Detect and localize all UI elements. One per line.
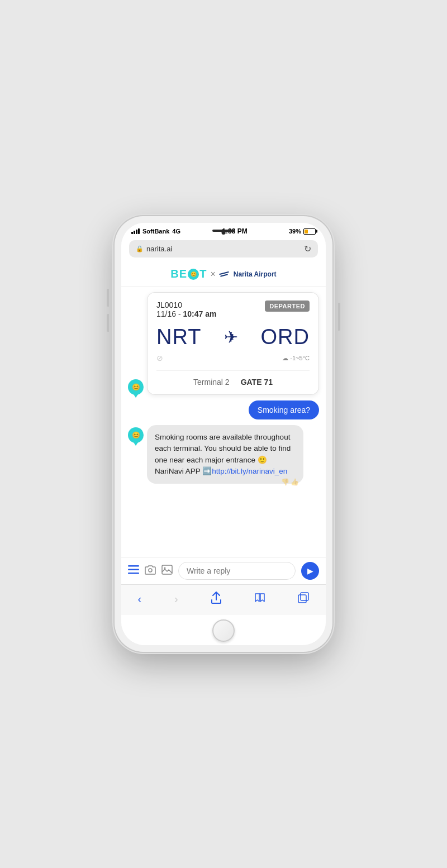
svg-point-3: [149, 569, 152, 572]
narita-label: Narita Airport: [234, 270, 277, 278]
plane-decoration: [219, 273, 229, 276]
thumbs-down-icon[interactable]: 👎: [281, 477, 289, 487]
bot-avatar-pin: [134, 394, 138, 398]
bot-face-icon: 😊: [132, 383, 140, 391]
battery-icon: [303, 228, 316, 235]
flight-info-row: ⊘ ☁ -1~5°C: [156, 354, 310, 363]
bottom-nav: ‹ ›: [121, 584, 326, 615]
signal-bar-2: [134, 231, 135, 234]
camera-icon[interactable]: [145, 565, 156, 578]
url-bar-inner[interactable]: 🔒 narita.ai ↻: [129, 240, 318, 257]
destination-code: ORD: [261, 325, 310, 349]
send-button[interactable]: ▶: [301, 562, 319, 580]
carrier-label: SoftBank: [142, 228, 169, 235]
gate-text: GATE 71: [241, 378, 273, 387]
signal-bar-1: [131, 232, 133, 234]
flight-route: NRT ✈ ORD: [156, 325, 310, 349]
bebot-face-icon: 😊: [188, 269, 199, 280]
image-icon[interactable]: [161, 565, 173, 578]
lock-icon: 🔒: [136, 245, 144, 252]
bebot-logo: BE 😊 T: [170, 268, 207, 280]
menu-icon[interactable]: [128, 565, 139, 577]
phone-screen: SoftBank 4G 1:38 PM 39% 🔒 narita.ai ↻: [121, 223, 326, 645]
bookmarks-button[interactable]: [250, 590, 270, 608]
url-bar: 🔒 narita.ai ↻: [121, 237, 326, 262]
status-right: 39%: [289, 228, 316, 235]
cloud-icon: ☁: [282, 355, 288, 361]
bot-face-icon-2: 😊: [132, 431, 140, 439]
bot-avatar-circle-2: 😊: [128, 427, 144, 443]
user-bubble: Smoking area?: [249, 400, 319, 419]
flight-date-text: 11/16 -: [156, 309, 181, 318]
thumbs-row: 👎 👍: [281, 477, 299, 487]
narita-logo: Narita Airport: [219, 270, 277, 278]
refresh-icon[interactable]: ↻: [304, 244, 311, 254]
thumbs-up-icon[interactable]: 👍: [291, 477, 299, 487]
svg-rect-2: [128, 573, 139, 574]
flight-gate-row: Terminal 2 GATE 71: [156, 370, 310, 387]
cross-symbol: ×: [210, 269, 215, 279]
plane-icon: ✈: [224, 327, 238, 347]
bot-message-row: 😊 Smoking rooms are available throughout…: [128, 425, 319, 484]
bot-avatar-pin-2: [134, 442, 138, 446]
flight-card: JL0010 11/16 - 10:47 am DEPARTED NRT ✈: [147, 292, 319, 395]
chat-messages: 😊 JL0010 11/16 - 10:47 am: [121, 287, 326, 557]
flight-info-left: JL0010 11/16 - 10:47 am: [156, 301, 216, 318]
phone-device: SoftBank 4G 1:38 PM 39% 🔒 narita.ai ↻: [115, 216, 332, 652]
url-label: narita.ai: [146, 245, 172, 253]
terminal-text: Terminal 2: [193, 378, 230, 387]
svg-rect-0: [128, 565, 139, 567]
tabs-button[interactable]: [293, 590, 313, 608]
power-button[interactable]: [338, 303, 340, 331]
svg-rect-4: [162, 565, 172, 574]
volume-down-button[interactable]: [107, 314, 109, 332]
signal-bar-3: [136, 230, 137, 234]
bot-avatar-2: 😊: [128, 427, 144, 443]
weather-info: ☁ -1~5°C: [282, 355, 310, 362]
chat-area: 😊 JL0010 11/16 - 10:47 am: [121, 287, 326, 557]
battery-fill: [305, 230, 308, 233]
bebot-be-text: BE: [170, 268, 187, 280]
volume-up-button[interactable]: [107, 289, 109, 307]
flight-time: 10:47 am: [183, 309, 216, 318]
signal-icon: [131, 228, 140, 234]
svg-point-5: [164, 567, 166, 569]
home-button-area: [121, 615, 326, 645]
url-text: 🔒 narita.ai: [136, 245, 172, 253]
svg-rect-6: [301, 593, 308, 600]
no-info-icon: ⊘: [156, 354, 163, 363]
svg-rect-1: [128, 569, 139, 570]
input-bar: ▶: [121, 557, 326, 584]
forward-button[interactable]: ›: [170, 590, 183, 608]
network-label: 4G: [172, 228, 180, 235]
battery-percent: 39%: [289, 228, 301, 235]
flight-card-container: 😊 JL0010 11/16 - 10:47 am: [128, 292, 319, 395]
bot-message-text: Smoking rooms are available throughout e…: [155, 433, 291, 475]
user-message-row: Smoking area?: [128, 400, 319, 419]
departed-badge: DEPARTED: [265, 301, 310, 312]
flight-card-top: JL0010 11/16 - 10:47 am DEPARTED: [156, 301, 310, 318]
status-left: SoftBank 4G: [131, 228, 180, 235]
bebot-t-text: T: [199, 268, 207, 280]
home-button[interactable]: [212, 619, 235, 642]
bot-bubble: Smoking rooms are available throughout e…: [147, 425, 303, 484]
bebot-header: BE 😊 T × Narita Airport: [121, 262, 326, 287]
reply-input[interactable]: [178, 562, 296, 580]
origin-code: NRT: [156, 325, 201, 349]
narinavi-link[interactable]: http://bit.ly/narinavi_en: [212, 467, 287, 475]
bot-avatar: 😊: [128, 379, 144, 395]
flight-date: 11/16 - 10:47 am: [156, 309, 216, 318]
flight-number: JL0010: [156, 301, 216, 309]
front-camera: [222, 231, 226, 235]
signal-bar-4: [138, 228, 140, 234]
bot-avatar-circle: 😊: [128, 379, 144, 395]
bebot-face-inner: 😊: [191, 271, 197, 277]
user-message-text: Smoking area?: [258, 406, 310, 414]
weather-text: -1~5°C: [290, 355, 310, 361]
svg-rect-7: [298, 595, 306, 603]
back-button[interactable]: ‹: [133, 590, 146, 608]
send-arrow-icon: ▶: [307, 566, 313, 575]
share-button[interactable]: [207, 589, 226, 608]
